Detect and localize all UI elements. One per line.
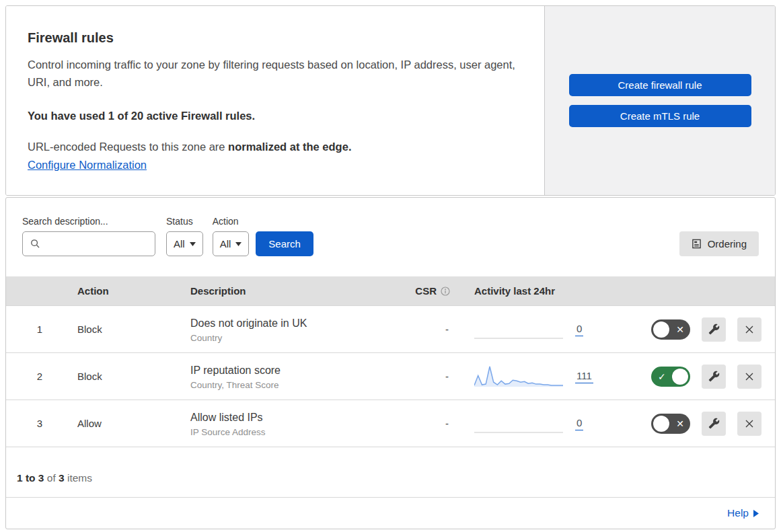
rule-fields: Country [190,333,384,343]
action-label: Action [213,216,250,227]
action-select-value: All [220,238,231,250]
search-group: Search description... [22,216,155,256]
edit-rule-button[interactable] [702,317,726,342]
search-box [22,231,155,256]
chevron-down-icon [235,242,241,246]
help-label: Help [727,507,749,519]
delete-rule-button[interactable] [737,317,761,342]
rule-enabled-toggle[interactable]: ✓ ✕ [651,319,690,340]
column-description: Description [190,285,384,297]
actions-panel: Create firewall rule Create mTLS rule [544,6,775,195]
status-group: Status All [166,216,203,256]
normalization-bold: normalized at the edge. [228,141,351,153]
table-row: 2 Block IP reputation score Country, Thr… [6,352,775,400]
delete-rule-button[interactable] [737,412,761,436]
chevron-down-icon [190,242,196,246]
rule-enabled-toggle[interactable]: ✓ ✕ [651,367,690,387]
check-icon: ✓ [658,372,666,381]
action-select[interactable]: All [213,231,250,256]
rule-csr-value: - [384,418,459,429]
wrench-icon [708,418,720,429]
rule-enabled-toggle[interactable]: ✓ ✕ [651,414,690,434]
items-range: 1 to 3 [17,472,44,484]
search-button[interactable]: Search [256,231,313,256]
create-firewall-rule-button[interactable]: Create firewall rule [569,74,751,96]
activity-count-link[interactable]: 0 [575,417,583,430]
pagination-footer: 1 to 3 of 3 items [6,447,775,497]
rule-priority: 2 [6,371,73,382]
column-action: Action [73,285,190,297]
x-icon: ✕ [676,325,684,334]
wrench-icon [708,371,720,382]
rule-priority: 3 [6,418,73,429]
help-link[interactable]: Help [727,507,759,519]
search-input[interactable] [46,238,155,250]
search-icon [30,239,40,249]
rule-action: Allow [73,418,190,429]
action-group: Action All [213,216,250,256]
close-icon [744,418,755,429]
status-select-value: All [174,238,185,250]
filter-bar: Search description... Status All Action … [6,198,775,276]
rule-fields: Country, Threat Score [190,380,384,390]
toggle-knob [653,416,669,432]
close-icon [744,371,755,382]
items-of: of [47,472,56,484]
status-select[interactable]: All [166,231,203,256]
items-total: 3 [59,472,65,484]
ordering-button[interactable]: Ordering [679,231,759,256]
usage-summary: You have used 1 of 20 active Firewall ru… [28,110,517,122]
ordering-list-icon [692,239,702,249]
normalization-text: URL-encoded Requests to this zone are [28,141,228,153]
wrench-icon [708,324,720,335]
column-csr: CSR [384,285,459,297]
ordering-button-label: Ordering [708,238,747,250]
help-bar: Help [6,497,775,529]
items-word: items [67,472,92,484]
rule-description: IP reputation score [190,363,384,377]
search-label: Search description... [22,216,155,227]
activity-sparkline [474,363,563,391]
toggle-knob [672,369,688,385]
rule-priority: 1 [6,324,73,335]
rule-action: Block [73,324,190,335]
activity-count-link[interactable]: 111 [575,370,593,383]
activity-count-link[interactable]: 0 [575,323,583,336]
table-header: Action Description CSR Activity last 24h… [6,276,775,305]
delete-rule-button[interactable] [737,365,761,389]
create-mtls-rule-button[interactable]: Create mTLS rule [569,105,751,127]
rule-csr-value: - [384,324,459,335]
column-csr-label: CSR [415,285,437,297]
status-label: Status [166,216,203,227]
close-icon [744,324,755,335]
x-icon: ✕ [676,419,684,428]
toggle-knob [653,321,669,338]
table-row: 3 Allow Allow listed IPs IP Source Addre… [6,400,775,447]
normalization-note: URL-encoded Requests to this zone are no… [28,141,517,153]
activity-sparkline [474,410,563,438]
rule-fields: IP Source Address [190,427,384,437]
rule-description: Allow listed IPs [190,410,384,424]
firewall-intro: Firewall rules Control incoming traffic … [6,6,544,195]
arrow-right-icon [753,510,759,517]
edit-rule-button[interactable] [702,412,726,436]
activity-sparkline [474,315,563,344]
rules-card: Search description... Status All Action … [5,197,776,529]
firewall-header-card: Firewall rules Control incoming traffic … [5,5,776,196]
table-row: 1 Block Does not originate in UK Country… [6,305,775,352]
configure-normalization-link[interactable]: Configure Normalization [28,159,147,172]
column-activity: Activity last 24hr [459,285,641,297]
edit-rule-button[interactable] [702,365,726,389]
info-icon[interactable] [441,287,450,296]
rule-description: Does not originate in UK [190,316,384,330]
rule-action: Block [73,371,190,382]
page-description: Control incoming traffic to your zone by… [28,56,517,91]
rule-csr-value: - [384,371,459,382]
page-title: Firewall rules [28,30,517,46]
